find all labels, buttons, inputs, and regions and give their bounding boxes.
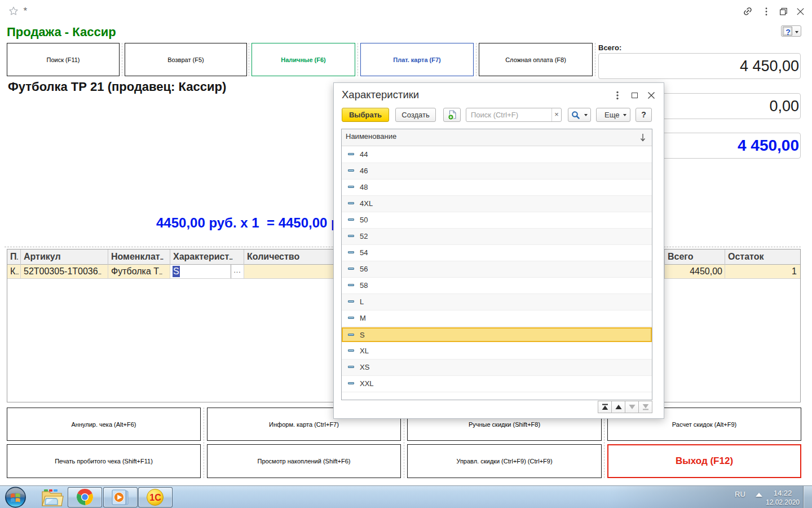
svg-text:1С: 1С (149, 493, 161, 502)
svg-text:?: ? (785, 28, 791, 36)
